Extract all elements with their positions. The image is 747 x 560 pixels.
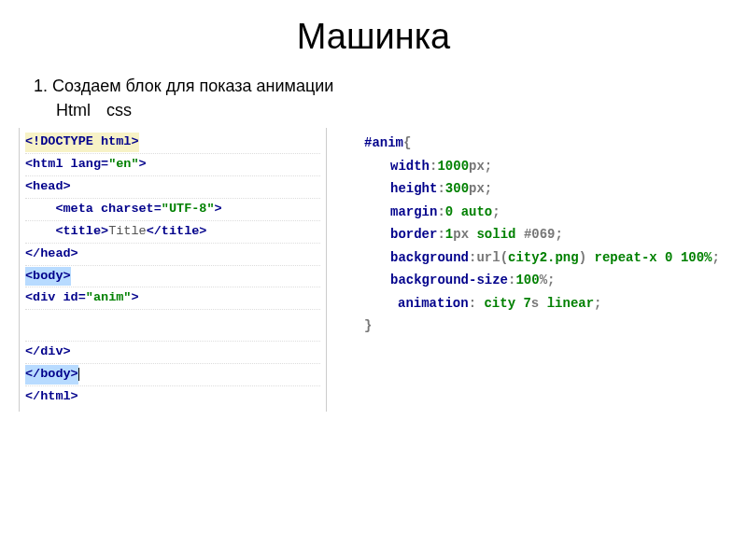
label-html: Html bbox=[56, 101, 91, 119]
code-line: <!DOCTYPE html> bbox=[25, 132, 320, 154]
code-line: background-size:100%; bbox=[364, 269, 728, 292]
css-column: #anim{ width:1000px; height:300px; margi… bbox=[327, 128, 728, 412]
code-line: height:300px; bbox=[364, 177, 728, 201]
code-line: </body> bbox=[25, 364, 320, 386]
columns: <!DOCTYPE html> <html lang="en"> <head> … bbox=[19, 128, 728, 412]
code-line: <head> bbox=[25, 176, 320, 199]
html-column: <!DOCTYPE html> <html lang="en"> <head> … bbox=[19, 128, 327, 412]
code-line: <title>Title</title> bbox=[25, 221, 320, 244]
column-labels: Html css bbox=[56, 101, 728, 120]
code-line: width:1000px; bbox=[364, 155, 728, 178]
code-line: <div id="anim"> bbox=[25, 287, 320, 310]
code-line: #anim{ bbox=[364, 132, 728, 155]
code-line: <meta charset="UTF-8"> bbox=[25, 199, 320, 221]
text-cursor bbox=[78, 368, 79, 381]
code-line: </div> bbox=[25, 342, 320, 364]
label-css: css bbox=[106, 101, 132, 119]
slide: Машинка 1. Создаем блок для показа анима… bbox=[0, 0, 747, 430]
html-code-block: <!DOCTYPE html> <html lang="en"> <head> … bbox=[19, 128, 327, 412]
code-line: </head> bbox=[25, 244, 320, 266]
css-code-block: #anim{ width:1000px; height:300px; margi… bbox=[364, 132, 728, 338]
code-line: </html> bbox=[25, 386, 320, 408]
code-gap bbox=[25, 310, 320, 342]
step-text: 1. Создаем блок для показа анимации bbox=[34, 74, 728, 99]
page-title: Машинка bbox=[19, 17, 728, 57]
code-line: <body> bbox=[25, 266, 320, 288]
code-line: animation: city 7s linear; bbox=[364, 292, 728, 315]
code-line: <html lang="en"> bbox=[25, 154, 320, 176]
code-line: } bbox=[364, 315, 728, 338]
code-line: border:1px solid #069; bbox=[364, 223, 728, 246]
code-line: background:url(city2.png) repeat-x 0 100… bbox=[364, 246, 728, 270]
code-line: margin:0 auto; bbox=[364, 201, 728, 224]
